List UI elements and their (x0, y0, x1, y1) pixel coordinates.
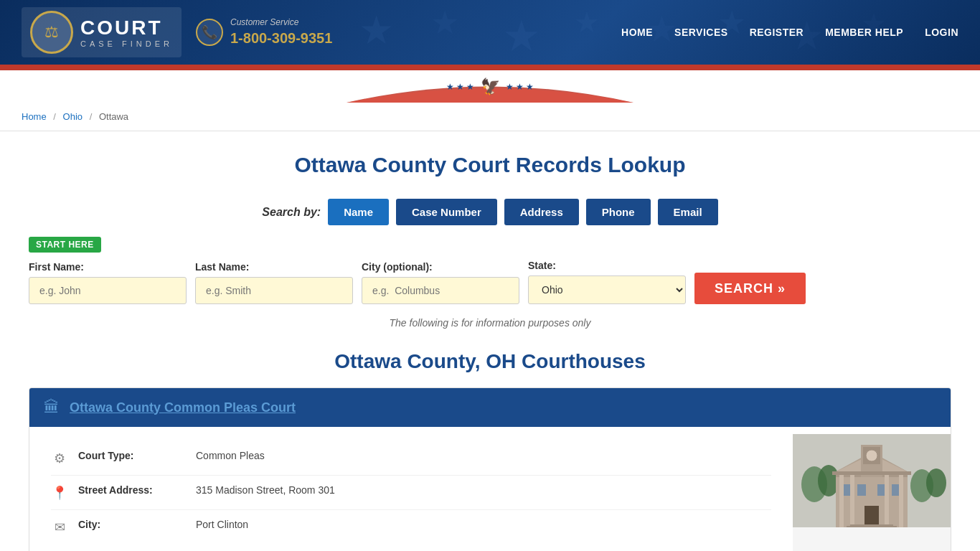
first-name-input[interactable] (29, 277, 187, 304)
info-note: The following is for information purpose… (29, 317, 951, 329)
eagle-icon: 🦅 (481, 77, 500, 96)
courthouse-header-link[interactable]: Ottawa County Common Pleas Court (70, 400, 296, 415)
search-section: Search by: Name Case Number Address Phon… (29, 199, 951, 329)
logo-court: COURT (80, 17, 173, 39)
logo-icon: ⚖ (30, 11, 73, 54)
state-label: State: (528, 260, 686, 271)
courthouses-title: Ottawa County, OH Courthouses (29, 350, 951, 373)
court-type-value: Common Pleas (196, 450, 265, 461)
tab-case-number[interactable]: Case Number (396, 199, 497, 225)
svg-rect-15 (899, 474, 903, 527)
tab-email[interactable]: Email (658, 199, 718, 225)
last-name-label: Last Name: (195, 261, 353, 273)
logo-text: COURT CASE FINDER (80, 17, 173, 48)
courthouse-details: ⚙ Court Type: Common Pleas 📍 Street Addr… (29, 434, 793, 551)
logo-case-finder: CASE FINDER (80, 39, 173, 48)
svg-rect-21 (832, 471, 911, 475)
address-label: Street Address: (78, 484, 186, 496)
site-header: ★ ★ ★ ★ ★ ★ ★ ★ ⚖ COURT CASE FINDER 📞 Cu… (0, 0, 980, 65)
logo[interactable]: ⚖ COURT CASE FINDER (22, 7, 182, 57)
red-banner (0, 65, 980, 70)
last-name-input[interactable] (195, 277, 353, 304)
detail-row-address: 📍 Street Address: 315 Madison Street, Ro… (51, 476, 771, 510)
main-nav: HOME SERVICES REGISTER MEMBER HELP LOGIN (621, 27, 958, 38)
svg-rect-11 (864, 506, 879, 527)
breadcrumb-ohio[interactable]: Ohio (63, 111, 83, 122)
courthouse-image (793, 434, 951, 551)
main-content: Ottawa County Court Records Lookup Searc… (0, 131, 980, 551)
tab-address[interactable]: Address (504, 199, 579, 225)
header-left: ⚖ COURT CASE FINDER 📞 Customer Service 1… (22, 7, 332, 57)
breadcrumb-home[interactable]: Home (22, 111, 47, 122)
state-group: State: Ohio (528, 260, 686, 304)
city-detail-label: City: (78, 519, 186, 530)
svg-rect-14 (885, 474, 889, 527)
svg-rect-8 (857, 484, 866, 496)
city-input[interactable] (362, 277, 519, 304)
cs-text: Customer Service 1-800-309-9351 (230, 17, 332, 49)
search-form: First Name: Last Name: City (optional): … (29, 260, 951, 304)
court-type-label: Court Type: (78, 450, 186, 461)
svg-rect-12 (839, 474, 844, 527)
nav-login[interactable]: LOGIN (925, 27, 958, 38)
eagle-stars-row: ★ ★ ★ 🦅 ★ ★ ★ (446, 77, 534, 96)
breadcrumb-sep-2: / (90, 111, 93, 122)
city-label: City (optional): (362, 261, 519, 273)
svg-point-20 (866, 450, 877, 461)
address-value: 315 Madison Street, Room 301 (196, 484, 335, 496)
nav-register[interactable]: REGISTER (750, 27, 804, 38)
svg-rect-22 (847, 526, 897, 527)
eagle-section: ★ ★ ★ 🦅 ★ ★ ★ (0, 70, 980, 103)
page-title: Ottawa County Court Records Lookup (29, 153, 951, 177)
courthouse-header: 🏛 Ottawa County Common Pleas Court (29, 388, 951, 427)
courthouse-body: ⚙ Court Type: Common Pleas 📍 Street Addr… (29, 427, 951, 551)
detail-row-court-type: ⚙ Court Type: Common Pleas (51, 441, 771, 476)
state-select[interactable]: Ohio (528, 276, 686, 304)
breadcrumb-sep-1: / (53, 111, 56, 122)
detail-row-city: ✉ City: Port Clinton (51, 510, 771, 544)
phone-icon: 📞 (196, 19, 223, 46)
search-by-row: Search by: Name Case Number Address Phon… (29, 199, 951, 225)
courthouse-photo (793, 434, 951, 527)
city-group: City (optional): (362, 261, 519, 304)
court-type-icon: ⚙ (51, 451, 68, 466)
address-icon: 📍 (51, 485, 68, 501)
nav-home[interactable]: HOME (621, 27, 653, 38)
cs-label: Customer Service (230, 17, 332, 29)
svg-rect-13 (850, 474, 854, 527)
breadcrumb-current: Ottawa (99, 111, 128, 122)
first-name-label: First Name: (29, 261, 187, 273)
svg-point-4 (926, 468, 946, 497)
search-button[interactable]: SEARCH » (694, 273, 806, 304)
svg-rect-23 (850, 524, 893, 526)
city-icon: ✉ (51, 519, 68, 535)
first-name-group: First Name: (29, 261, 187, 304)
customer-service: 📞 Customer Service 1-800-309-9351 (196, 17, 332, 49)
breadcrumb: Home / Ohio / Ottawa (0, 103, 980, 131)
cs-phone[interactable]: 1-800-309-9351 (230, 28, 332, 48)
courthouse-icon: 🏛 (44, 398, 60, 417)
tab-phone[interactable]: Phone (586, 199, 651, 225)
city-detail-value: Port Clinton (196, 519, 248, 530)
start-here-badge: START HERE (29, 237, 101, 253)
courthouse-card: 🏛 Ottawa County Common Pleas Court ⚙ Cou… (29, 387, 951, 551)
last-name-group: Last Name: (195, 261, 353, 304)
tab-name[interactable]: Name (328, 199, 389, 225)
nav-services[interactable]: SERVICES (674, 27, 728, 38)
search-by-label: Search by: (262, 206, 321, 219)
nav-member-help[interactable]: MEMBER HELP (825, 27, 903, 38)
stars-right: ★ ★ ★ (506, 82, 534, 92)
stars-left: ★ ★ ★ (446, 82, 475, 92)
